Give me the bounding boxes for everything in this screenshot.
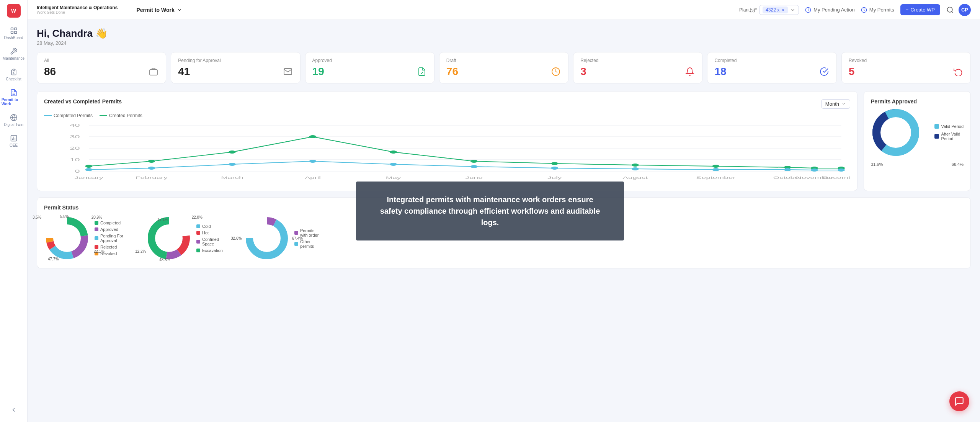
plant-select-dropdown[interactable]: 4322 x (759, 5, 799, 15)
clock-draft-icon (550, 66, 561, 77)
legend-created-label: Created Permits (109, 113, 142, 118)
my-pending-action-btn[interactable]: My Pending Action (805, 7, 855, 13)
stat-label-pending: Pending for Approval (178, 58, 293, 63)
plant-selector[interactable]: Plant(s)* 4322 x (739, 5, 799, 15)
svg-point-45 (470, 165, 478, 168)
search-icon[interactable] (946, 6, 954, 14)
pending-icon (283, 66, 293, 77)
permits-approved-legend: Valid Period After ValidPeriod (934, 124, 964, 141)
svg-point-44 (390, 163, 397, 166)
module-title-text: Permit to Work (136, 7, 174, 13)
topbar-icons: CP (946, 4, 971, 16)
chatbot-icon (954, 396, 964, 406)
sidebar-item-dashboard[interactable]: DashBoard (0, 24, 27, 43)
sidebar-item-label: Digital Twin (4, 123, 23, 127)
sidebar-logo: w (7, 4, 21, 18)
stat-value-rejected: 3 (580, 65, 586, 78)
sidebar-item-checklist[interactable]: Checklist (0, 65, 27, 84)
stat-label-all: All (44, 58, 159, 63)
svg-text:September: September (696, 176, 736, 180)
valid-period-color (934, 124, 939, 129)
sidebar-item-label: Maintenance (3, 56, 24, 61)
chevron-left-icon (10, 406, 17, 413)
svg-point-43 (309, 160, 317, 163)
svg-point-51 (838, 168, 845, 172)
legend-created-line (100, 115, 107, 116)
app-subtitle: Work Gets Done (37, 10, 118, 15)
stat-label-approved: Approved (312, 58, 427, 63)
permits-approved-card: Permits Approved (864, 91, 971, 191)
svg-point-35 (632, 164, 639, 167)
stat-label-rejected: Rejected (580, 58, 695, 63)
line-chart-card: Created vs Completed Permits Month Compl… (37, 91, 858, 191)
svg-text:40: 40 (70, 123, 80, 128)
donut-labels: 31.6% 68.4% (871, 162, 964, 167)
sidebar-item-digital-twin[interactable]: Digital Twin (0, 111, 27, 130)
dashboard-icon (10, 27, 18, 34)
sidebar-item-maintenance[interactable]: Maintenance (0, 44, 27, 64)
month-select-dropdown[interactable]: Month (821, 99, 850, 109)
svg-point-74 (53, 224, 81, 252)
wo-donut: 32.6% 67.4% (244, 215, 290, 261)
maintenance-icon (10, 47, 18, 55)
chart-header: Created vs Completed Permits Month (44, 98, 850, 109)
sidebar-item-permit-to-work[interactable]: Permit to Work (0, 86, 27, 109)
pct-68: 68.4% (952, 162, 964, 167)
svg-point-14 (947, 7, 952, 12)
legend-created: Created Permits (100, 113, 142, 118)
stat-label-completed: Completed (714, 58, 829, 63)
wo-donut-wrap: 32.6% 67.4% Permitswith order Otherpermi… (244, 215, 333, 261)
bell-icon (684, 66, 695, 77)
create-wp-btn[interactable]: + Create WP (900, 4, 940, 15)
digital-twin-icon (10, 114, 18, 121)
avatar[interactable]: CP (959, 4, 971, 16)
chart-legend: Completed Permits Created Permits (44, 113, 850, 118)
svg-point-68 (880, 117, 911, 148)
app-logo: Intelligent Maintenance & Operations Wor… (37, 5, 118, 15)
svg-point-36 (712, 165, 720, 168)
legend-completed: Completed Permits (44, 113, 93, 118)
after-valid-color (934, 134, 939, 139)
permit-type-donut: 22.0% 17.1% 12.2% 48.8% (146, 215, 192, 261)
svg-rect-3 (14, 31, 16, 34)
svg-text:August: August (623, 176, 648, 180)
svg-point-41 (148, 167, 155, 170)
stat-card-completed[interactable]: Completed 18 (707, 52, 836, 83)
stat-value-completed: 18 (714, 65, 726, 78)
stat-value-pending: 41 (178, 65, 190, 78)
stat-card-rejected[interactable]: Rejected 3 (573, 52, 702, 83)
svg-point-48 (712, 168, 720, 171)
stat-card-approved[interactable]: Approved 19 (305, 52, 434, 83)
stat-card-draft[interactable]: Draft 76 (439, 52, 568, 83)
svg-rect-2 (11, 31, 13, 34)
sidebar-collapse-btn[interactable] (7, 402, 21, 418)
svg-point-50 (811, 168, 818, 172)
permit-type-donut-wrap: 22.0% 17.1% 12.2% 48.8% Cold Hot Confine… (146, 215, 235, 261)
svg-text:March: March (221, 176, 243, 180)
stat-card-all[interactable]: All 86 (37, 52, 166, 83)
stat-card-revoked[interactable]: Revoked 5 (841, 52, 971, 83)
my-pending-action-label: My Pending Action (813, 7, 855, 13)
module-title-btn[interactable]: Permit to Work (136, 7, 182, 13)
approved-icon (416, 66, 427, 77)
stat-card-pending[interactable]: Pending for Approval 41 (171, 52, 300, 83)
status-donut: 3.5% 5.8% 20.9% 22.1% 47.7% (44, 215, 90, 261)
greeting-name: Hi, Chandra 👋 (37, 28, 971, 39)
svg-text:April: April (305, 176, 321, 180)
svg-rect-16 (150, 70, 157, 75)
svg-rect-4 (13, 69, 15, 70)
my-permits-btn[interactable]: My Permits (861, 7, 894, 13)
stat-value-approved: 19 (312, 65, 324, 78)
stat-label-draft: Draft (446, 58, 561, 63)
chatbot-button[interactable] (949, 391, 969, 411)
svg-point-46 (551, 167, 558, 170)
svg-text:December: December (823, 176, 850, 180)
svg-text:February: February (136, 176, 168, 180)
svg-text:20: 20 (70, 146, 80, 150)
svg-point-42 (229, 163, 236, 166)
sidebar-item-oee[interactable]: OEE (0, 131, 27, 150)
banner-text: Integrated permits with maintenance work… (356, 182, 624, 240)
sidebar-item-label: Permit to Work (2, 98, 26, 106)
topbar-right: Plant(s)* 4322 x My Pending Action My Pe… (739, 4, 971, 16)
topbar-divider (127, 5, 127, 15)
